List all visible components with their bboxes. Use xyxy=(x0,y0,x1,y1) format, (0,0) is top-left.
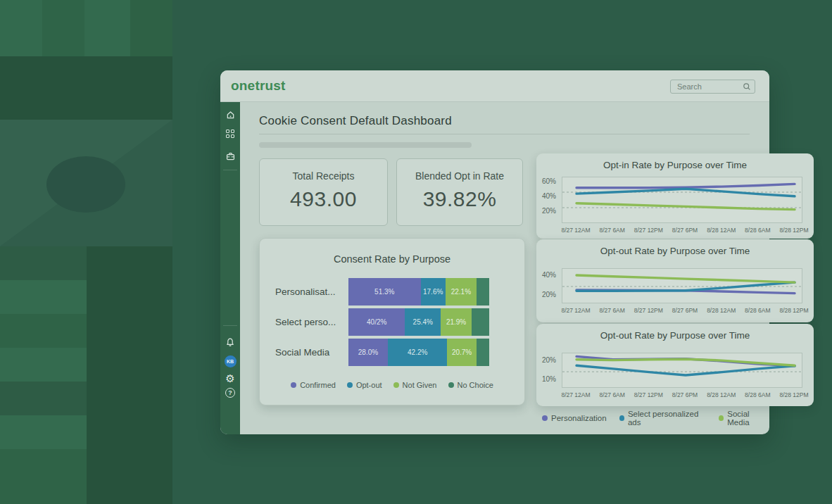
background-shape xyxy=(87,246,172,504)
x-tick-label: 8/27 6PM xyxy=(672,227,698,234)
teal-dot-icon xyxy=(347,382,353,388)
line-series-social-media xyxy=(576,275,795,282)
bar-segment-value: 22.1% xyxy=(451,288,471,296)
background-ellipse xyxy=(46,156,125,213)
x-tick-label: 8/27 12AM xyxy=(561,227,590,234)
home-icon xyxy=(225,110,236,120)
y-tick-label: 40% xyxy=(542,271,556,279)
stat-value: 39.82% xyxy=(397,187,522,211)
bar-segment-value: 51.3% xyxy=(374,288,394,296)
bar-category-label: Personalisat... xyxy=(260,278,348,305)
bar-segment-not-given: 22.1% xyxy=(446,278,477,305)
legend-label: Opt-out xyxy=(356,381,382,389)
bell-icon xyxy=(225,337,235,348)
y-axis-ticks: 10%20% xyxy=(536,353,558,386)
line-series-social-media xyxy=(576,203,795,210)
legend-item: Social Media xyxy=(719,410,769,427)
x-tick-label: 8/27 6PM xyxy=(672,391,698,398)
line-chart: 20%40% 8/27 12AM8/27 6AM8/27 12PM8/27 6P… xyxy=(536,239,814,322)
stacked-bar-chart: Personalisat...51.3%17.6%22.1%Select per… xyxy=(260,278,524,369)
stat-card-total-receipts: Total Receipts 493.00 xyxy=(259,158,388,226)
legend-item: Not Given xyxy=(393,381,437,389)
plot-area xyxy=(562,177,802,223)
y-axis-ticks: 20%40%60% xyxy=(536,177,558,222)
x-tick-label: 8/28 12PM xyxy=(779,307,808,314)
sidebar-item-profile[interactable]: KB xyxy=(220,355,240,367)
y-tick-label: 20% xyxy=(542,290,556,298)
purple-dot-icon xyxy=(542,415,548,421)
line-series-select-personalized-ads xyxy=(576,365,795,375)
gear-icon: ⚙ xyxy=(225,373,234,384)
stat-label: Blended Opt in Rate xyxy=(397,170,522,182)
sidebar-divider xyxy=(223,170,237,170)
x-tick-label: 8/28 12PM xyxy=(779,227,808,234)
bar-segment-opt-out: 42.2% xyxy=(388,339,447,366)
user-avatar: KB xyxy=(225,355,237,367)
background-shape xyxy=(0,280,87,314)
sidebar-item-settings[interactable]: ⚙ xyxy=(220,373,240,384)
x-tick-label: 8/27 12PM xyxy=(634,391,663,398)
x-axis-ticks: 8/27 12AM8/27 6AM8/27 12PM8/27 6PM8/28 1… xyxy=(562,227,801,235)
sidebar-item-help[interactable]: ? xyxy=(220,388,240,398)
plot-area xyxy=(562,268,802,303)
x-tick-label: 8/27 12AM xyxy=(561,307,590,314)
sidebar-item-workspace[interactable] xyxy=(220,151,240,161)
sidebar-item-notifications[interactable] xyxy=(220,337,240,348)
legend-item: Personalization xyxy=(542,410,607,427)
x-tick-label: 8/28 6AM xyxy=(745,307,770,314)
x-axis-ticks: 8/27 12AM8/27 6AM8/27 12PM8/27 6PM8/28 1… xyxy=(562,307,801,315)
bar-segment-value: 40/2% xyxy=(367,318,386,326)
bar-row: Personalisat...51.3%17.6%22.1% xyxy=(260,278,524,305)
bar-category-label: Social Media xyxy=(260,339,348,366)
line-chart: 20%40%60% 8/27 12AM8/27 6AM8/27 12PM8/27… xyxy=(536,153,814,239)
bar-segment-confirmed: 28.0% xyxy=(348,339,388,366)
background-shape xyxy=(130,0,172,56)
search-box[interactable] xyxy=(670,80,755,94)
bar-track: 40/2%25.4%21.9% xyxy=(348,308,489,336)
bar-segment-no-choice xyxy=(477,278,489,305)
x-tick-label: 8/27 6AM xyxy=(599,227,624,234)
sidebar: KB ⚙ ? xyxy=(220,102,240,434)
bar-segment-value: 17.6% xyxy=(423,288,443,296)
bar-row: Select perso...40/2%25.4%21.9% xyxy=(260,308,524,336)
bar-segment-value: 28.0% xyxy=(358,348,378,356)
bar-track: 51.3%17.6%22.1% xyxy=(348,278,489,305)
opt-out-rate-chart-card-2: Opt-out Rate by Purpose over Time 10%20%… xyxy=(536,324,814,406)
legend-label: Not Given xyxy=(403,381,437,389)
background-shape xyxy=(0,56,172,120)
sidebar-item-apps[interactable] xyxy=(220,130,240,138)
bar-segment-value: 20.7% xyxy=(452,348,472,356)
background-shape xyxy=(84,0,130,56)
line-chart: 10%20% 8/27 12AM8/27 6AM8/27 12PM8/27 6P… xyxy=(536,324,814,406)
y-tick-label: 20% xyxy=(542,355,556,363)
x-tick-label: 8/27 6AM xyxy=(599,307,624,314)
legend-item: No Choice xyxy=(448,381,493,389)
title-divider xyxy=(259,134,750,134)
teal-dot-icon xyxy=(619,415,624,421)
x-tick-label: 8/28 12AM xyxy=(707,307,736,314)
background-shape xyxy=(0,120,172,246)
plot-area xyxy=(562,353,802,388)
x-tick-label: 8/28 12AM xyxy=(707,391,736,398)
bar-segment-no-choice xyxy=(472,308,489,336)
background-shape xyxy=(0,449,87,504)
bar-segment-not-given: 21.9% xyxy=(441,308,472,336)
x-axis-ticks: 8/27 12AM8/27 6AM8/27 12PM8/27 6PM8/28 1… xyxy=(562,391,801,400)
y-tick-label: 10% xyxy=(542,375,556,383)
bar-segment-not-given: 20.7% xyxy=(447,339,476,366)
x-tick-label: 8/27 12AM xyxy=(561,391,590,398)
bar-segment-confirmed: 51.3% xyxy=(348,278,421,305)
green-dot-icon xyxy=(393,382,399,388)
background-shape xyxy=(42,0,84,56)
opt-in-rate-chart-card: Opt-in Rate by Purpose over Time 20%40%6… xyxy=(536,153,814,239)
background-shape xyxy=(0,0,42,56)
bar-segment-value: 21.9% xyxy=(446,318,466,326)
bar-row: Social Media28.0%42.2%20.7% xyxy=(260,339,524,366)
dashboard-window: onetrust xyxy=(220,70,769,434)
y-axis-ticks: 20%40% xyxy=(536,268,558,302)
background-shape xyxy=(0,348,87,382)
x-tick-label: 8/27 12PM xyxy=(634,307,663,314)
consent-rate-chart-card: Consent Rate by Purpose Personalisat...5… xyxy=(259,238,525,405)
sidebar-item-home[interactable] xyxy=(220,110,240,120)
app-header: onetrust xyxy=(220,70,769,102)
